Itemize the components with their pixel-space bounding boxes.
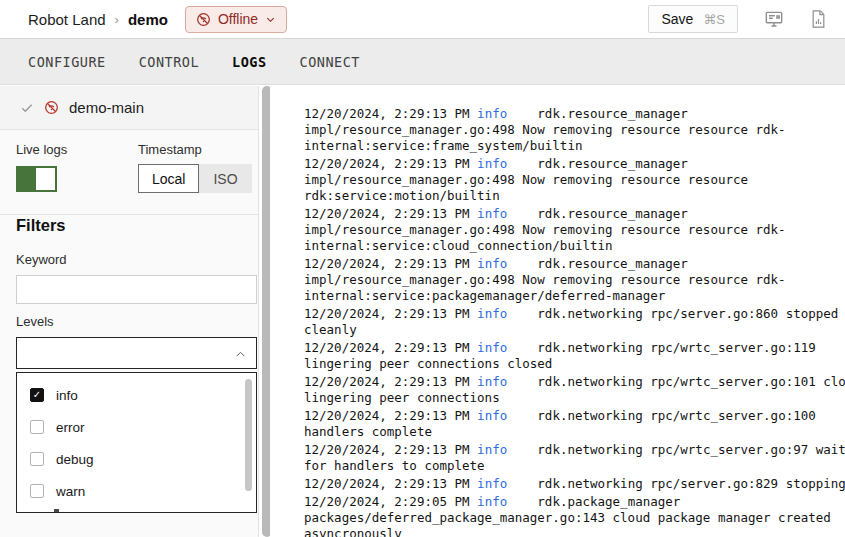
log-level: info [477, 306, 507, 321]
toggle-knob [36, 168, 55, 190]
machine-status-badge[interactable]: Offline [185, 6, 287, 33]
checkbox-checked[interactable]: ✓ [30, 388, 44, 402]
checkbox-unchecked[interactable] [30, 420, 44, 434]
log-level: info [477, 256, 507, 271]
filters-title: Filters [16, 216, 66, 235]
breadcrumb-current: demo [128, 11, 168, 28]
levels-label: Levels [16, 314, 54, 329]
timestamp-option-local[interactable]: Local [138, 164, 199, 193]
level-option-label: info [56, 388, 78, 403]
breadcrumb-separator-icon: › [115, 12, 119, 27]
timestamp-label: Timestamp [138, 142, 202, 157]
log-entry: 12/20/2024, 2:29:13 PM info rdk.networki… [304, 340, 845, 372]
log-list: 12/20/2024, 2:29:13 PM info rdk.resource… [304, 106, 845, 537]
log-entry: 12/20/2024, 2:29:13 PM info rdk.resource… [304, 206, 845, 254]
level-option-debug[interactable]: debug [17, 443, 256, 475]
chevron-up-icon [234, 348, 247, 361]
keyword-input[interactable] [16, 275, 257, 304]
logs-sidebar: demo-main Live logs Timestamp Local ISO … [0, 86, 259, 537]
log-level: info [477, 340, 507, 355]
app-header: Robot Land › demo Offline Save ⌘S [0, 0, 845, 38]
status-badge-label: Offline [218, 11, 258, 27]
checkbox-unchecked[interactable] [30, 452, 44, 466]
log-timestamp: 12/20/2024, 2:29:13 PM [304, 408, 470, 423]
chevron-down-icon [265, 14, 276, 25]
level-option-label: debug [56, 452, 94, 467]
keyword-label: Keyword [16, 252, 67, 267]
level-option-label: error [56, 420, 85, 435]
machine-part-name: demo-main [69, 99, 144, 116]
tab-logs[interactable]: LOGS [232, 54, 267, 70]
level-option-warn[interactable]: warn [17, 475, 256, 507]
breadcrumb-parent[interactable]: Robot Land [28, 11, 106, 28]
log-entry: 12/20/2024, 2:29:13 PM info rdk.networki… [304, 408, 845, 440]
log-timestamp: 12/20/2024, 2:29:13 PM [304, 206, 470, 221]
log-level: info [477, 442, 507, 457]
header-actions: Save ⌘S [648, 5, 827, 33]
log-level: info [477, 206, 507, 221]
levels-dropdown: ✓infoerrordebugwarn [16, 372, 257, 513]
clipped-item-sliver [54, 509, 59, 512]
log-level: info [477, 408, 507, 423]
log-timestamp: 12/20/2024, 2:29:13 PM [304, 340, 470, 355]
level-option-label: warn [56, 484, 85, 499]
save-shortcut: ⌘S [703, 12, 725, 27]
log-level: info [477, 374, 507, 389]
log-timestamp: 12/20/2024, 2:29:05 PM [304, 494, 470, 509]
wifi-off-icon [196, 12, 211, 27]
log-timestamp: 12/20/2024, 2:29:13 PM [304, 442, 470, 457]
level-option-info[interactable]: ✓info [17, 379, 256, 411]
save-button-label: Save [661, 11, 693, 27]
file-chart-icon[interactable] [810, 9, 827, 29]
log-level: info [477, 494, 507, 509]
log-level: info [477, 476, 507, 491]
log-timestamp: 12/20/2024, 2:29:13 PM [304, 476, 470, 491]
tab-configure[interactable]: CONFIGURE [28, 54, 106, 70]
log-timestamp: 12/20/2024, 2:29:13 PM [304, 156, 470, 171]
log-entry: 12/20/2024, 2:29:13 PM info rdk.resource… [304, 156, 845, 204]
save-button[interactable]: Save ⌘S [648, 5, 738, 33]
log-entry: 12/20/2024, 2:29:05 PM info rdk.package_… [304, 494, 845, 537]
log-controls-section: Live logs Timestamp Local ISO [0, 130, 258, 215]
levels-dropdown-list: ✓infoerrordebugwarn [17, 373, 256, 507]
log-entry: 12/20/2024, 2:29:13 PM info rdk.resource… [304, 106, 845, 154]
level-option-error[interactable]: error [17, 411, 256, 443]
log-entry: 12/20/2024, 2:29:13 PM info rdk.networki… [304, 476, 845, 492]
timestamp-option-iso[interactable]: ISO [199, 164, 251, 193]
log-entry: 12/20/2024, 2:29:13 PM info rdk.resource… [304, 256, 845, 304]
log-level: info [477, 156, 507, 171]
log-timestamp: 12/20/2024, 2:29:13 PM [304, 106, 470, 121]
log-entry: 12/20/2024, 2:29:13 PM info rdk.networki… [304, 374, 845, 406]
log-level: info [477, 106, 507, 121]
tab-bar: CONFIGURECONTROLLOGSCONNECT [0, 38, 845, 85]
timestamp-segmented-control: Local ISO [138, 164, 252, 193]
tab-control[interactable]: CONTROL [139, 54, 199, 70]
checkbox-unchecked[interactable] [30, 484, 44, 498]
dropdown-scrollbar[interactable] [245, 379, 252, 491]
levels-select[interactable] [16, 337, 257, 369]
live-logs-label: Live logs [16, 142, 67, 157]
check-icon [20, 101, 34, 115]
log-panel: 12/20/2024, 2:29:13 PM info rdk.resource… [270, 85, 845, 537]
log-timestamp: 12/20/2024, 2:29:13 PM [304, 306, 470, 321]
log-timestamp: 12/20/2024, 2:29:13 PM [304, 256, 470, 271]
log-message: rdk.networking rpc/server.go:829 stoppin… [537, 476, 845, 491]
wifi-off-icon [44, 100, 59, 115]
breadcrumb: Robot Land › demo [28, 11, 168, 28]
log-entry: 12/20/2024, 2:29:13 PM info rdk.networki… [304, 442, 845, 474]
machine-part-row[interactable]: demo-main [0, 86, 258, 130]
log-entry: 12/20/2024, 2:29:13 PM info rdk.networki… [304, 306, 845, 338]
monitor-icon[interactable] [764, 9, 784, 29]
tab-connect[interactable]: CONNECT [300, 54, 360, 70]
log-timestamp: 12/20/2024, 2:29:13 PM [304, 374, 470, 389]
live-logs-toggle[interactable] [16, 166, 57, 192]
